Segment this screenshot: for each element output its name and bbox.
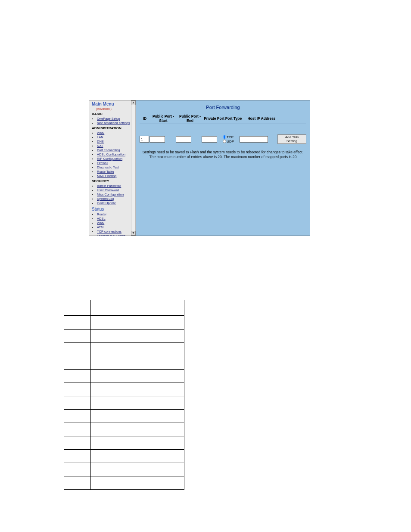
sidebar-item-diagnostic-test[interactable]: Diagnostic Test [97, 165, 119, 169]
sidebar-item-code-update[interactable]: Code Update [97, 201, 116, 205]
tcp-radio-label[interactable]: TCP [223, 135, 240, 139]
sidebar-panel: ▲ ▼ Main Menu (Advanced) BASIC OnePage S… [89, 100, 136, 236]
section-security: SECURITY [92, 179, 134, 184]
status-heading: Status [92, 207, 134, 212]
page-title: Port Forwarding [140, 105, 306, 110]
section-administration: ADMINISTRATION [92, 126, 134, 131]
public-start-input[interactable] [149, 136, 165, 143]
sidebar-item-hide-advanced[interactable]: hide advanced settings [97, 121, 130, 125]
sidebar-item-adsl[interactable]: ADSL [97, 217, 106, 221]
private-port-input[interactable] [202, 136, 217, 143]
advanced-mode-label: (Advanced) [96, 107, 112, 110]
main-menu-title: Main Menu (Advanced) [92, 102, 134, 111]
scrollbar-track[interactable] [131, 105, 136, 231]
sidebar-item-tcp-connections[interactable]: TCP connections [97, 230, 121, 233]
sidebar-item-user-password[interactable]: User Password [97, 188, 119, 192]
sidebar-item-lan[interactable]: LAN [97, 135, 103, 139]
sidebar-item-firewall[interactable]: Firewall [97, 161, 108, 165]
tcp-radio[interactable] [223, 135, 226, 139]
sidebar-item-misc-config[interactable]: Misc Configuration [97, 193, 124, 196]
sidebar-item-wan[interactable]: WAN [97, 131, 104, 135]
sidebar-item-system-log[interactable]: System Log [97, 197, 114, 201]
header-divider [140, 124, 306, 124]
sidebar-item-mac-filtering[interactable]: MAC Filtering [97, 174, 116, 178]
public-end-input[interactable] [176, 136, 191, 143]
note-text: Settings need to be saved to Flash and t… [140, 150, 306, 159]
sidebar-item-dns[interactable]: DNS [97, 140, 104, 143]
sidebar-item-route-table[interactable]: Route Table [97, 170, 114, 174]
header-port-type: Port Type [225, 116, 242, 121]
udp-radio-label[interactable]: UDP [223, 140, 240, 143]
document-empty-table [64, 300, 184, 490]
sidebar-item-port-forwarding[interactable]: Port Forwarding [97, 148, 120, 152]
header-id: ID [140, 116, 150, 121]
sidebar-item-router[interactable]: Router [97, 212, 107, 216]
section-basic: BASIC [92, 112, 134, 116]
host-ip-input[interactable] [240, 136, 268, 143]
sidebar-item-onepage-setup[interactable]: OnePage Setup [97, 117, 120, 121]
sidebar-item-status-wan[interactable]: WAN [97, 221, 104, 225]
sidebar-item-admin-password[interactable]: Admin Password [97, 184, 121, 188]
udp-radio[interactable] [223, 140, 226, 143]
sidebar-item-learned-mac[interactable]: Learned MAC Table [97, 234, 125, 236]
sidebar-item-atm[interactable]: ATM [97, 225, 103, 229]
header-host-ip: Host IP Address [242, 116, 281, 121]
header-public-start: Public Port - Start [150, 114, 177, 123]
header-public-end: Public Port - End [177, 114, 203, 123]
sidebar-item-nat[interactable]: NAT [97, 144, 103, 148]
column-headers: ID Public Port - Start Public Port - End… [140, 114, 306, 123]
scroll-down-icon[interactable]: ▼ [131, 231, 136, 236]
id-input[interactable] [140, 136, 149, 143]
sidebar-item-rip-config[interactable]: RIP Configuration [97, 157, 122, 161]
entry-row: TCP UDP Add This Setting [140, 134, 306, 144]
content-panel: Port Forwarding ID Public Port - Start P… [136, 100, 310, 236]
header-private-port: Private Port [203, 116, 225, 121]
router-ui-screenshot: ▲ ▼ Main Menu (Advanced) BASIC OnePage S… [89, 100, 310, 236]
sidebar-item-adsl-config[interactable]: ADSL Configuration [97, 152, 125, 156]
add-setting-button[interactable]: Add This Setting [277, 134, 306, 144]
